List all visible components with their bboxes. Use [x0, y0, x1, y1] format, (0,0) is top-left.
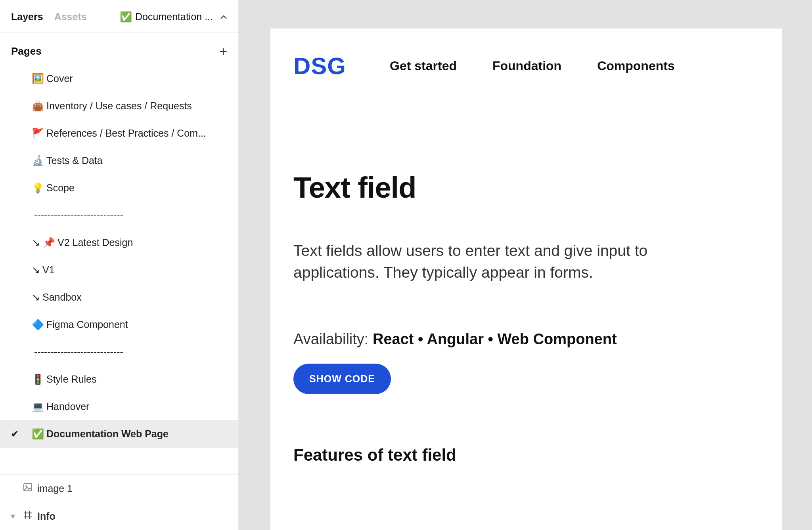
page-emoji-icon: ↘: [32, 264, 40, 276]
check-icon: ✔: [11, 429, 18, 439]
chevron-up-icon: [220, 13, 227, 21]
page-item-label: Sandbox: [42, 292, 82, 303]
page-item-label: ---------------------------: [34, 346, 123, 358]
page-emoji-icon: ✅: [32, 428, 44, 440]
tab-layers[interactable]: Layers: [11, 11, 43, 23]
availability-label: Availability:: [293, 331, 373, 347]
page-item-label: References / Best Practices / Com...: [46, 128, 206, 139]
page-item-label: Style Rules: [46, 374, 96, 385]
page-item-label: ---------------------------: [34, 210, 123, 221]
page-item-label: V2 Latest Design: [57, 237, 133, 248]
sidebar-page-item[interactable]: 🚦Style Rules: [0, 366, 238, 393]
documentation-frame[interactable]: DSG Get started Foundation Components Te…: [270, 29, 782, 530]
nav-link-components[interactable]: Components: [597, 59, 675, 73]
page-emoji-icon: 🚦: [32, 374, 44, 385]
section-heading-features: Features of text field: [293, 446, 759, 465]
page-selector-label: Documentation ...: [135, 11, 213, 23]
sidebar-page-item[interactable]: 🚩References / Best Practices / Com...: [0, 120, 238, 147]
checkmark-icon: ✅: [120, 11, 132, 23]
page-item-label: Handover: [46, 401, 89, 412]
sidebar-page-item[interactable]: ↘ 📌V2 Latest Design: [0, 229, 238, 256]
svg-point-1: [25, 485, 27, 487]
page-item-label: Inventory / Use cases / Requests: [46, 100, 192, 112]
sidebar-page-item[interactable]: 💡Scope: [0, 174, 238, 202]
page-emoji-icon: 💻: [32, 401, 44, 412]
sidebar-page-item[interactable]: ---------------------------: [0, 338, 238, 366]
layer-tree: image 1▾Info: [0, 474, 238, 530]
frame-icon: [23, 510, 33, 522]
tab-assets[interactable]: Assets: [54, 11, 87, 23]
doc-nav-links: Get started Foundation Components: [390, 59, 675, 73]
layer-label: image 1: [37, 483, 73, 494]
page-description: Text fields allow users to enter text an…: [293, 240, 682, 283]
page-item-label: V1: [42, 264, 55, 276]
pages-list: 🖼️Cover👜Inventory / Use cases / Requests…: [0, 65, 238, 474]
page-item-label: Documentation Web Page: [46, 428, 169, 440]
page-emoji-icon: 🚩: [32, 128, 44, 139]
availability-value: React • Angular • Web Component: [373, 331, 617, 347]
pages-title: Pages: [11, 45, 42, 57]
sidebar-page-item[interactable]: 🔬Tests & Data: [0, 147, 238, 174]
page-item-label: Cover: [46, 73, 73, 84]
sidebar-page-item[interactable]: ✔✅Documentation Web Page: [0, 420, 238, 448]
pages-header: Pages +: [0, 32, 238, 65]
sidebar-page-item[interactable]: 🔷Figma Component: [0, 311, 238, 338]
page-emoji-icon: ↘ 📌: [32, 237, 55, 248]
page-item-label: Figma Component: [46, 319, 128, 330]
layer-image[interactable]: image 1: [0, 475, 238, 502]
page-emoji-icon: ↘: [32, 292, 40, 303]
show-code-button[interactable]: SHOW CODE: [293, 364, 391, 394]
nav-link-foundation[interactable]: Foundation: [492, 59, 561, 73]
sidebar-tabs: Layers Assets ✅ Documentation ...: [0, 0, 238, 32]
sidebar-page-item[interactable]: ---------------------------: [0, 202, 238, 229]
left-sidebar: Layers Assets ✅ Documentation ... Pages …: [0, 0, 239, 530]
page-item-label: Scope: [46, 182, 75, 194]
page-title: Text field: [293, 171, 759, 204]
add-page-button[interactable]: +: [219, 44, 227, 58]
canvas[interactable]: DSG Get started Foundation Components Te…: [239, 0, 812, 530]
doc-logo: DSG: [293, 52, 346, 80]
availability-line: Availability: React • Angular • Web Comp…: [293, 331, 759, 348]
image-icon: [23, 482, 33, 494]
sidebar-page-item[interactable]: ↘V1: [0, 256, 238, 284]
page-selector[interactable]: ✅ Documentation ...: [120, 11, 227, 23]
layer-label: Info: [37, 511, 56, 522]
page-emoji-icon: 🖼️: [32, 73, 44, 84]
nav-link-get-started[interactable]: Get started: [390, 59, 457, 73]
page-emoji-icon: 🔬: [32, 155, 44, 166]
sidebar-page-item[interactable]: 💻Handover: [0, 393, 238, 420]
page-emoji-icon: 👜: [32, 100, 44, 112]
sidebar-page-item[interactable]: 🖼️Cover: [0, 65, 238, 92]
page-item-label: Tests & Data: [46, 155, 103, 166]
sidebar-page-item[interactable]: 👜Inventory / Use cases / Requests: [0, 92, 238, 120]
page-emoji-icon: 🔷: [32, 319, 44, 330]
page-emoji-icon: 💡: [32, 182, 44, 194]
sidebar-page-item[interactable]: ↘Sandbox: [0, 284, 238, 311]
caret-icon: ▾: [11, 512, 18, 520]
doc-nav: DSG Get started Foundation Components: [293, 52, 759, 80]
layer-frame[interactable]: ▾Info: [0, 502, 238, 530]
